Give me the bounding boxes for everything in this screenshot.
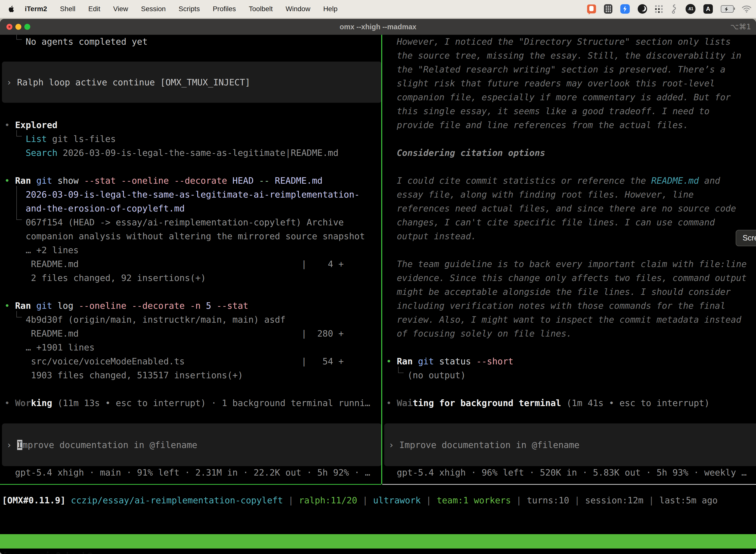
menu-item-help[interactable]: Help <box>323 5 337 13</box>
tree-guide <box>16 35 17 40</box>
prompt-caret: › <box>6 440 17 450</box>
tree-guide <box>16 136 22 136</box>
wifi-icon[interactable] <box>742 5 752 13</box>
menu-item-iterm2[interactable]: iTerm2 <box>25 5 47 13</box>
tmux-session-label[interactable]: [omx-cczip0:bash* <box>2 549 92 554</box>
lightning-badge-icon[interactable] <box>620 4 630 14</box>
battery-percent-badge-icon[interactable]: .61 <box>686 4 695 14</box>
tree-guide <box>398 367 398 373</box>
iterm-window: omx --xhigh --madmax ⌥⌘1 No agents compl… <box>0 19 756 554</box>
menu-item-scripts[interactable]: Scripts <box>179 5 200 13</box>
menu-item-window[interactable]: Window <box>286 5 311 13</box>
omx-status-line: [OMX#0.11.9] cczip/essay/ai-reimplementa… <box>0 493 756 507</box>
tree-guide <box>16 219 22 220</box>
tree-guide <box>16 317 22 318</box>
left-pane-border <box>0 484 381 485</box>
apple-menu-icon[interactable] <box>8 5 15 13</box>
battery-icon[interactable] <box>721 5 734 13</box>
dots-grid-icon[interactable] <box>655 5 663 13</box>
input-source-icon[interactable]: A <box>703 4 713 14</box>
tree-guide <box>16 311 17 318</box>
inject-banner: › Ralph loop active continue [OMX_TMUX_I… <box>2 62 381 103</box>
left-pane[interactable]: No agents completed yet• Explored List g… <box>0 35 381 484</box>
terminal: No agents completed yet• Explored List g… <box>0 35 756 554</box>
text-cursor: I <box>17 440 22 450</box>
menu-bar: iTerm2 Shell Edit View Session Scripts P… <box>0 0 756 18</box>
right-pane-border <box>382 484 756 485</box>
menu-bar-status-icons: .61 A <box>587 4 756 14</box>
squiggle-icon[interactable] <box>671 4 678 14</box>
menu-item-toolbelt[interactable]: Toolbelt <box>249 5 273 13</box>
window-shortcut: ⌥⌘1 <box>730 19 751 35</box>
tree-guide <box>16 39 22 40</box>
right-prompt-input[interactable]: › Improve documentation in @filename <box>384 424 756 466</box>
menu-item-shell[interactable]: Shell <box>60 5 75 13</box>
window-title: omx --xhigh --madmax <box>0 19 756 35</box>
moon-circle-icon[interactable] <box>638 4 647 14</box>
left-prompt-input[interactable]: › Improve documentation in @filename <box>2 424 381 466</box>
menu-item-profiles[interactable]: Profiles <box>213 5 236 13</box>
keypad-icon[interactable] <box>604 4 612 14</box>
chat-app-icon[interactable] <box>587 4 596 13</box>
screen-tooltip-label: Scre <box>743 233 756 242</box>
tree-guide <box>16 130 17 136</box>
prompt-caret: › <box>389 440 399 450</box>
tree-guide <box>398 373 403 373</box>
tree-guide <box>16 186 17 220</box>
screen-tooltip[interactable]: Scre <box>736 230 756 246</box>
menu-item-session[interactable]: Session <box>141 5 166 13</box>
tmux-status-bar: [omx-cczip0:bash* "MacBook-Pro-44.local"… <box>0 534 756 549</box>
prompt-caret: › <box>6 77 17 88</box>
title-bar: omx --xhigh --madmax ⌥⌘1 <box>0 19 756 35</box>
desktop: { "menu_bar": { "items": ["iTerm2", "She… <box>0 0 756 554</box>
menu-item-edit[interactable]: Edit <box>88 5 100 13</box>
right-pane[interactable]: However, I noticed the "Directory Struct… <box>382 35 756 484</box>
menu-item-view[interactable]: View <box>113 5 128 13</box>
